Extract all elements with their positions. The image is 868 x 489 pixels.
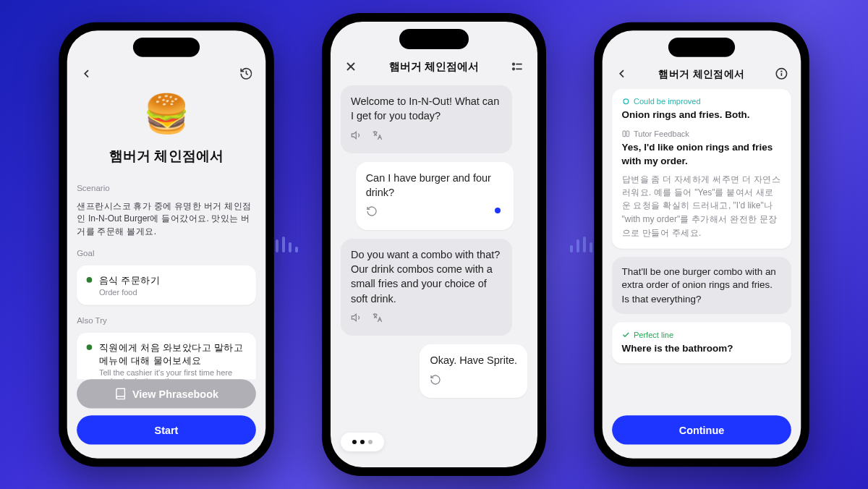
scenario-content: 🍔 햄버거 체인점에서 Scenario 샌프란시스코 휴가 중에 유명한 버거… [67,89,266,379]
history-icon[interactable] [238,65,255,82]
phone-scenario: 🍔 햄버거 체인점에서 Scenario 샌프란시스코 휴가 중에 유명한 버거… [59,22,274,467]
phone-notch [133,38,200,57]
perfect-tag-label: Perfect line [634,331,673,339]
feedback-card-improve: Could be improved Onion rings and fries.… [612,89,791,248]
screen-scenario: 🍔 햄버거 체인점에서 Scenario 샌프란시스코 휴가 중에 유명한 버거… [67,30,266,458]
also-try-title: 직원에게 처음 와보았다고 말하고 메뉴에 대해 물어보세요 [99,341,247,367]
speaker-icon[interactable] [351,129,362,145]
phone-chat: 햄버거 체인점에서 Welcome to In-N-Out! What can … [322,13,546,476]
tutor-feedback-tag: Tutor Feedback [622,129,782,138]
navbar: 햄버거 체인점에서 [603,61,801,89]
bot-message: Welcome to In-N-Out! What can I get for … [341,85,512,153]
speaker-icon[interactable] [351,312,362,327]
bot-text: Do you want a combo with that? Our drink… [351,249,500,305]
bullet-icon [87,277,93,283]
perfect-text: Where is the bathroom? [622,342,782,355]
phone-notch [668,38,735,57]
improve-text: Onion rings and fries. Both. [622,109,782,122]
scenario-title: 햄버거 체인점에서 [77,147,256,166]
svg-marker-7 [352,314,356,320]
view-phrasebook-button[interactable]: View Phrasebook [77,379,256,408]
typing-indicator [341,433,384,451]
goal-card[interactable]: 음식 주문하기 Order food [77,265,256,305]
navbar: 햄버거 체인점에서 [331,54,537,82]
phone-notch [399,29,469,49]
info-icon[interactable] [773,65,790,82]
improve-tag-label: Could be improved [634,97,701,106]
chat-thread[interactable]: Welcome to In-N-Out! What can I get for … [331,82,537,428]
user-message: Okay. Have Sprite. [420,344,527,398]
screen-feedback: 햄버거 체인점에서 Could be improved Onion rings … [603,30,801,458]
perfect-line-tag: Perfect line [622,331,782,339]
close-icon[interactable] [342,58,359,75]
also-try-card[interactable]: 직원에게 처음 와보았다고 말하고 메뉴에 대해 물어보세요 Tell the … [77,333,256,379]
retry-icon[interactable] [366,205,378,221]
user-message: Can I have burger and four drink? [356,162,514,230]
check-icon [622,331,631,339]
svg-point-10 [781,71,782,72]
bottom-buttons: View Phrasebook Start [67,379,266,458]
tutor-tag-label: Tutor Feedback [634,129,689,138]
scenario-text: 샌프란시스코 휴가 중에 유명한 버거 체인점인 In-N-Out Burger… [77,200,256,238]
goal-title: 음식 주문하기 [99,274,160,287]
phrasebook-label: View Phrasebook [132,388,218,399]
back-icon[interactable] [613,65,630,82]
bot-text: Welcome to In-N-Out! What can I get for … [351,95,499,122]
book-icon [114,388,127,400]
could-be-improved-tag: Could be improved [622,97,782,106]
screen-chat: 햄버거 체인점에서 Welcome to In-N-Out! What can … [331,22,537,467]
tutor-explanation: 답변을 좀 더 자세하게 써주면 더 자연스러워요. 예를 들어 "Yes"를 … [622,173,782,240]
svg-point-2 [513,63,515,65]
start-label: Start [155,424,179,435]
settings-icon[interactable] [509,58,526,75]
feedback-content[interactable]: Could be improved Onion rings and fries.… [603,89,801,415]
retry-icon[interactable] [430,374,441,389]
bot-message: Do you want a combo with that? Our drink… [341,239,512,336]
scenario-label: Scenario [77,184,256,193]
feedback-card-perfect: Perfect line Where is the bathroom? [612,323,791,364]
bot-reply: That'll be one burger combo with an extr… [612,257,791,314]
bottom-buttons: Continue [603,415,801,459]
chat-title: 햄버거 체인점에서 [359,60,509,74]
svg-point-11 [624,99,629,104]
also-try-label: Also Try [77,316,256,326]
phone-feedback: 햄버거 체인점에서 Could be improved Onion rings … [594,22,809,467]
user-text: Can I have burger and four drink? [366,172,491,198]
circle-icon [622,97,631,106]
correction-indicator-icon[interactable] [495,208,501,213]
tutor-text: Yes, I'd like onion rings and fries with… [622,141,782,167]
navbar [67,61,266,89]
svg-marker-6 [352,132,356,138]
start-button[interactable]: Start [77,415,256,444]
goal-label: Goal [77,249,256,258]
bot-reply-text: That'll be one burger combo with an extr… [622,265,776,304]
book-icon [622,129,631,138]
back-icon[interactable] [78,65,95,82]
svg-point-4 [513,68,515,70]
bullet-icon [87,344,93,350]
feedback-title: 햄버거 체인점에서 [630,67,773,80]
continue-label: Continue [679,424,724,435]
continue-button[interactable]: Continue [612,415,791,444]
translate-icon[interactable] [371,129,383,145]
goal-sub: Order food [99,289,160,297]
also-try-sub: Tell the cashier it's your first time he… [99,369,247,379]
translate-icon[interactable] [371,312,383,327]
user-text: Okay. Have Sprite. [430,354,517,366]
scenario-emoji: 🍔 [77,92,256,135]
